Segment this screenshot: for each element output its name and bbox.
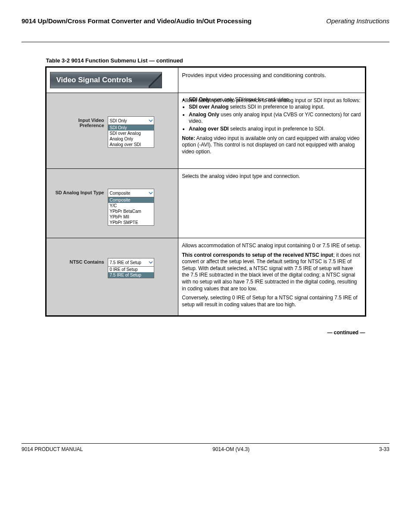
opt-sdi-over-analog[interactable]: SDI over Analog [108, 131, 154, 136]
banner-desc: Provides input video processing and cond… [182, 72, 326, 78]
opt-analog-only[interactable]: Analog Only [108, 136, 154, 142]
ntsc-contains-select[interactable]: 7.5 IRE of Setup [108, 258, 154, 267]
footer-right: 3-33 [379, 446, 389, 452]
sd-analog-type-select[interactable]: Composite [108, 189, 154, 197]
row1-item: SDI over Analog selects SDI in preferenc… [189, 104, 361, 111]
row1-item: Analog Only uses only analog input (via … [189, 112, 361, 125]
opt-0-ire[interactable]: 0 IRE of Setup [108, 267, 154, 272]
sd-analog-type-desc: Selects the analog video input type and … [178, 169, 365, 238]
opt-ypbpr-mii[interactable]: YPbPr MII [108, 214, 154, 220]
input-video-pref-label: Input Video Preference [53, 116, 104, 148]
ntsc-contains-value: 7.5 IRE of Setup [110, 260, 141, 265]
opt-composite[interactable]: Composite [108, 197, 154, 203]
note-label: Note: [182, 135, 195, 141]
row3-note-bold: This control corresponds to setup of the… [182, 252, 333, 258]
header-left: 9014 Up/Down/Cross Format Converter and … [22, 17, 252, 25]
input-video-pref-desc: Allows card input video preference to us… [178, 93, 365, 169]
opt-7-5-ire[interactable]: 7.5 IRE of Setup [108, 272, 154, 278]
sd-analog-type-options[interactable]: Composite Y/C YPbPr BetaCam YPbPr MII YP… [108, 197, 154, 226]
sd-analog-type-label: SD Analog Input Type [53, 189, 104, 226]
table-caption: Table 3-2 9014 Function Submenu List — c… [45, 57, 366, 64]
row3-intro: Allows accommodation of NTSC analog inpu… [182, 243, 361, 249]
ntsc-contains-label: NTSC Contains [53, 258, 104, 278]
input-video-pref-select[interactable]: SDI Only [108, 116, 154, 125]
opt-yc[interactable]: Y/C [108, 203, 154, 208]
opt-ypbpr-smpte[interactable]: YPbPr SMPTE [108, 220, 154, 225]
input-video-pref-cell: Input Video Preference SDI Only SDI Only… [46, 93, 178, 169]
banner-desc-cell: Provides input video processing and cond… [178, 67, 365, 93]
row1-note: Analog video input is available only on … [182, 135, 359, 155]
header-right: Operating Instructions [326, 17, 389, 25]
ntsc-contains-cell: NTSC Contains 7.5 IRE of Setup 0 IRE of … [46, 238, 178, 316]
ntsc-contains-desc: Allows accommodation of NTSC analog inpu… [178, 238, 365, 316]
footer-left: 9014 PRODUCT MANUAL [22, 446, 83, 452]
opt-analog-over-sdi[interactable]: Analog over SDI [108, 142, 154, 147]
sd-analog-type-cell: SD Analog Input Type Composite Composite… [46, 169, 178, 238]
chevron-down-icon [149, 118, 153, 123]
opt-sdi-only[interactable]: SDI Only [108, 125, 154, 131]
row3-note2: Conversely, selecting 0 IRE of Setup for… [182, 295, 361, 308]
sd-analog-type-value: Composite [110, 191, 131, 196]
row1-item: Analog over SDI selects analog input in … [189, 126, 361, 133]
input-video-pref-options[interactable]: SDI Only SDI over Analog Analog Only Ana… [108, 125, 154, 148]
chevron-down-icon [149, 260, 153, 264]
ntsc-contains-options[interactable]: 0 IRE of Setup 7.5 IRE of Setup [108, 267, 154, 278]
footer-center: 9014-OM (V4.3) [212, 446, 249, 452]
opt-ypbpr-betacam[interactable]: YPbPr BetaCam [108, 208, 154, 214]
header-rule [22, 42, 389, 42]
video-signal-controls-banner: Video Signal Controls [50, 72, 162, 88]
settings-table: Video Signal Controls Provides input vid… [45, 66, 366, 317]
input-video-pref-value: SDI Only [110, 118, 127, 123]
banner-cell: Video Signal Controls [46, 67, 178, 93]
continued-tag: — continued — [45, 330, 366, 336]
chevron-down-icon [149, 191, 153, 195]
